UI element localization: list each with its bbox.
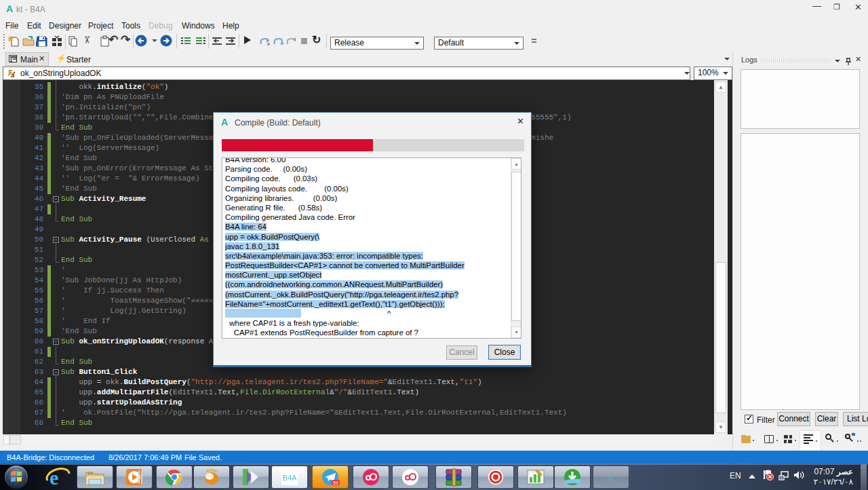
svg-text:B4A: B4A — [283, 474, 297, 482]
svg-text:A: A — [608, 473, 614, 483]
svg-text:59: 59 — [333, 480, 338, 485]
